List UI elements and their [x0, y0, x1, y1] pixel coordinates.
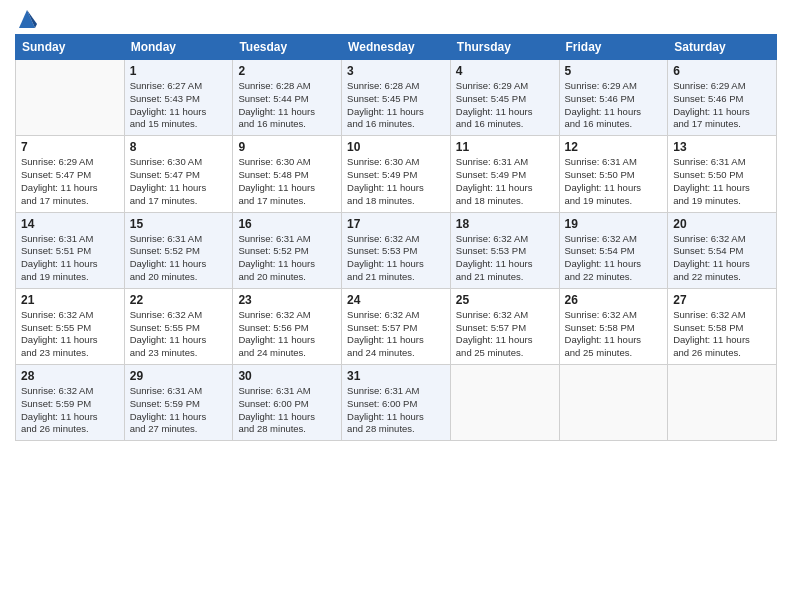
calendar-cell: [16, 60, 125, 136]
day-number: 22: [130, 293, 228, 307]
calendar-cell: 4Sunrise: 6:29 AM Sunset: 5:45 PM Daylig…: [450, 60, 559, 136]
day-number: 11: [456, 140, 554, 154]
calendar-cell: 31Sunrise: 6:31 AM Sunset: 6:00 PM Dayli…: [342, 365, 451, 441]
calendar-cell: 17Sunrise: 6:32 AM Sunset: 5:53 PM Dayli…: [342, 212, 451, 288]
week-row-1: 1Sunrise: 6:27 AM Sunset: 5:43 PM Daylig…: [16, 60, 777, 136]
calendar-cell: 2Sunrise: 6:28 AM Sunset: 5:44 PM Daylig…: [233, 60, 342, 136]
calendar-cell: 21Sunrise: 6:32 AM Sunset: 5:55 PM Dayli…: [16, 288, 125, 364]
calendar-cell: 30Sunrise: 6:31 AM Sunset: 6:00 PM Dayli…: [233, 365, 342, 441]
page: SundayMondayTuesdayWednesdayThursdayFrid…: [0, 0, 792, 612]
calendar-cell: 6Sunrise: 6:29 AM Sunset: 5:46 PM Daylig…: [668, 60, 777, 136]
day-info: Sunrise: 6:32 AM Sunset: 5:58 PM Dayligh…: [673, 309, 771, 360]
calendar-cell: 11Sunrise: 6:31 AM Sunset: 5:49 PM Dayli…: [450, 136, 559, 212]
day-info: Sunrise: 6:29 AM Sunset: 5:46 PM Dayligh…: [673, 80, 771, 131]
col-header-friday: Friday: [559, 35, 668, 60]
day-number: 13: [673, 140, 771, 154]
day-info: Sunrise: 6:31 AM Sunset: 5:52 PM Dayligh…: [238, 233, 336, 284]
day-info: Sunrise: 6:32 AM Sunset: 5:57 PM Dayligh…: [347, 309, 445, 360]
calendar-cell: [450, 365, 559, 441]
calendar-cell: [559, 365, 668, 441]
logo-icon: [17, 6, 37, 30]
calendar-cell: 18Sunrise: 6:32 AM Sunset: 5:53 PM Dayli…: [450, 212, 559, 288]
header-row: SundayMondayTuesdayWednesdayThursdayFrid…: [16, 35, 777, 60]
day-info: Sunrise: 6:32 AM Sunset: 5:53 PM Dayligh…: [347, 233, 445, 284]
logo: [15, 10, 37, 26]
calendar-cell: 7Sunrise: 6:29 AM Sunset: 5:47 PM Daylig…: [16, 136, 125, 212]
day-info: Sunrise: 6:32 AM Sunset: 5:57 PM Dayligh…: [456, 309, 554, 360]
day-info: Sunrise: 6:30 AM Sunset: 5:48 PM Dayligh…: [238, 156, 336, 207]
day-number: 9: [238, 140, 336, 154]
col-header-saturday: Saturday: [668, 35, 777, 60]
day-number: 2: [238, 64, 336, 78]
week-row-2: 7Sunrise: 6:29 AM Sunset: 5:47 PM Daylig…: [16, 136, 777, 212]
day-number: 10: [347, 140, 445, 154]
day-number: 26: [565, 293, 663, 307]
day-number: 31: [347, 369, 445, 383]
week-row-4: 21Sunrise: 6:32 AM Sunset: 5:55 PM Dayli…: [16, 288, 777, 364]
week-row-3: 14Sunrise: 6:31 AM Sunset: 5:51 PM Dayli…: [16, 212, 777, 288]
col-header-sunday: Sunday: [16, 35, 125, 60]
day-number: 17: [347, 217, 445, 231]
header: [15, 10, 777, 26]
day-info: Sunrise: 6:31 AM Sunset: 5:52 PM Dayligh…: [130, 233, 228, 284]
day-info: Sunrise: 6:29 AM Sunset: 5:47 PM Dayligh…: [21, 156, 119, 207]
col-header-tuesday: Tuesday: [233, 35, 342, 60]
day-info: Sunrise: 6:32 AM Sunset: 5:53 PM Dayligh…: [456, 233, 554, 284]
day-number: 5: [565, 64, 663, 78]
day-info: Sunrise: 6:32 AM Sunset: 5:54 PM Dayligh…: [673, 233, 771, 284]
week-row-5: 28Sunrise: 6:32 AM Sunset: 5:59 PM Dayli…: [16, 365, 777, 441]
calendar-cell: 20Sunrise: 6:32 AM Sunset: 5:54 PM Dayli…: [668, 212, 777, 288]
day-number: 24: [347, 293, 445, 307]
calendar-cell: 1Sunrise: 6:27 AM Sunset: 5:43 PM Daylig…: [124, 60, 233, 136]
calendar-cell: 15Sunrise: 6:31 AM Sunset: 5:52 PM Dayli…: [124, 212, 233, 288]
day-number: 30: [238, 369, 336, 383]
day-number: 1: [130, 64, 228, 78]
day-info: Sunrise: 6:30 AM Sunset: 5:47 PM Dayligh…: [130, 156, 228, 207]
calendar-cell: 8Sunrise: 6:30 AM Sunset: 5:47 PM Daylig…: [124, 136, 233, 212]
day-number: 4: [456, 64, 554, 78]
col-header-monday: Monday: [124, 35, 233, 60]
calendar-cell: 10Sunrise: 6:30 AM Sunset: 5:49 PM Dayli…: [342, 136, 451, 212]
calendar-cell: 29Sunrise: 6:31 AM Sunset: 5:59 PM Dayli…: [124, 365, 233, 441]
col-header-thursday: Thursday: [450, 35, 559, 60]
calendar-cell: 5Sunrise: 6:29 AM Sunset: 5:46 PM Daylig…: [559, 60, 668, 136]
day-info: Sunrise: 6:29 AM Sunset: 5:45 PM Dayligh…: [456, 80, 554, 131]
day-number: 15: [130, 217, 228, 231]
day-number: 21: [21, 293, 119, 307]
day-info: Sunrise: 6:32 AM Sunset: 5:55 PM Dayligh…: [130, 309, 228, 360]
day-number: 12: [565, 140, 663, 154]
day-info: Sunrise: 6:30 AM Sunset: 5:49 PM Dayligh…: [347, 156, 445, 207]
day-number: 23: [238, 293, 336, 307]
day-number: 20: [673, 217, 771, 231]
col-header-wednesday: Wednesday: [342, 35, 451, 60]
day-info: Sunrise: 6:32 AM Sunset: 5:59 PM Dayligh…: [21, 385, 119, 436]
calendar-cell: 28Sunrise: 6:32 AM Sunset: 5:59 PM Dayli…: [16, 365, 125, 441]
calendar-cell: 16Sunrise: 6:31 AM Sunset: 5:52 PM Dayli…: [233, 212, 342, 288]
day-number: 27: [673, 293, 771, 307]
day-number: 6: [673, 64, 771, 78]
day-info: Sunrise: 6:31 AM Sunset: 5:49 PM Dayligh…: [456, 156, 554, 207]
calendar-table: SundayMondayTuesdayWednesdayThursdayFrid…: [15, 34, 777, 441]
day-number: 29: [130, 369, 228, 383]
calendar-cell: 9Sunrise: 6:30 AM Sunset: 5:48 PM Daylig…: [233, 136, 342, 212]
day-info: Sunrise: 6:28 AM Sunset: 5:45 PM Dayligh…: [347, 80, 445, 131]
day-number: 28: [21, 369, 119, 383]
calendar-cell: 13Sunrise: 6:31 AM Sunset: 5:50 PM Dayli…: [668, 136, 777, 212]
day-number: 7: [21, 140, 119, 154]
day-info: Sunrise: 6:32 AM Sunset: 5:58 PM Dayligh…: [565, 309, 663, 360]
day-info: Sunrise: 6:31 AM Sunset: 6:00 PM Dayligh…: [347, 385, 445, 436]
day-info: Sunrise: 6:31 AM Sunset: 5:59 PM Dayligh…: [130, 385, 228, 436]
calendar-cell: 27Sunrise: 6:32 AM Sunset: 5:58 PM Dayli…: [668, 288, 777, 364]
day-info: Sunrise: 6:27 AM Sunset: 5:43 PM Dayligh…: [130, 80, 228, 131]
calendar-cell: 25Sunrise: 6:32 AM Sunset: 5:57 PM Dayli…: [450, 288, 559, 364]
calendar-cell: 14Sunrise: 6:31 AM Sunset: 5:51 PM Dayli…: [16, 212, 125, 288]
day-number: 8: [130, 140, 228, 154]
day-number: 19: [565, 217, 663, 231]
calendar-cell: 23Sunrise: 6:32 AM Sunset: 5:56 PM Dayli…: [233, 288, 342, 364]
calendar-cell: 12Sunrise: 6:31 AM Sunset: 5:50 PM Dayli…: [559, 136, 668, 212]
calendar-cell: 24Sunrise: 6:32 AM Sunset: 5:57 PM Dayli…: [342, 288, 451, 364]
day-info: Sunrise: 6:32 AM Sunset: 5:56 PM Dayligh…: [238, 309, 336, 360]
calendar-cell: 3Sunrise: 6:28 AM Sunset: 5:45 PM Daylig…: [342, 60, 451, 136]
day-number: 14: [21, 217, 119, 231]
calendar-cell: 26Sunrise: 6:32 AM Sunset: 5:58 PM Dayli…: [559, 288, 668, 364]
